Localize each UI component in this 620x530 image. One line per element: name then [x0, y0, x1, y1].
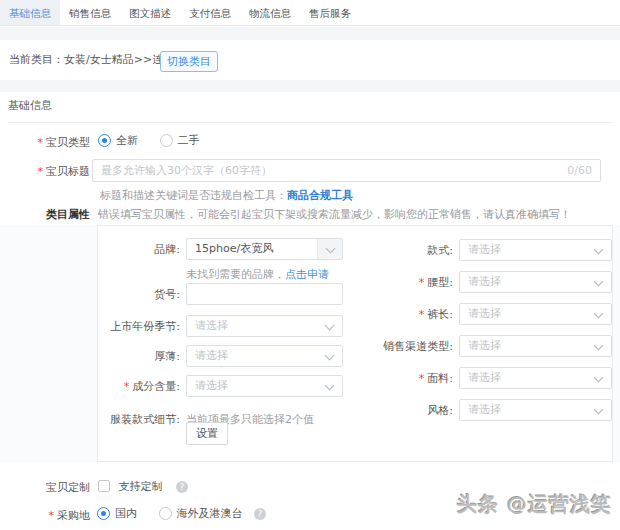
tab-basic-info[interactable]: 基础信息	[0, 0, 60, 25]
fashion-style-select[interactable]: 请选择	[459, 399, 612, 421]
item-title-label: *宝贝标题	[0, 164, 90, 179]
composition-select[interactable]: 请选择	[186, 375, 343, 397]
required-asterisk: *	[124, 380, 130, 393]
item-no-input-wrap	[186, 283, 343, 305]
radio-new[interactable]	[98, 134, 111, 147]
category-attrs-label: 类目属性	[0, 207, 90, 222]
radio-domestic[interactable]	[97, 507, 110, 520]
radio-used[interactable]	[160, 134, 173, 147]
radio-overseas-label[interactable]: 海外及港澳台	[177, 507, 243, 520]
title-helper: 标题和描述关键词是否违规自检工具：商品合规工具	[100, 188, 353, 203]
support-custom-label[interactable]: 支持定制	[119, 480, 163, 493]
item-title-input[interactable]	[93, 160, 600, 181]
radio-used-label[interactable]: 二手	[178, 134, 200, 147]
top-tab-bar: 基础信息 销售信息 图文描述 支付信息 物流信息 售后服务	[0, 0, 620, 26]
radio-new-label[interactable]: 全新	[116, 134, 138, 147]
section-divider	[8, 122, 612, 123]
support-custom-checkbox[interactable]	[98, 480, 110, 492]
switch-category-button[interactable]: 切换类目	[160, 51, 218, 72]
char-counter: 0/60	[567, 160, 592, 181]
season-label: 上市年份季节:	[98, 316, 180, 338]
style-detail-set-button[interactable]: 设置	[186, 422, 228, 445]
section-title: 基础信息	[8, 98, 52, 113]
item-type-label: *宝贝类型	[0, 135, 90, 150]
sales-channel-label: 销售渠道类型:	[323, 336, 453, 358]
tab-after-sales[interactable]: 售后服务	[300, 0, 360, 25]
required-asterisk: *	[38, 165, 44, 178]
pant-length-select[interactable]: 请选择	[459, 303, 612, 325]
radio-domestic-label[interactable]: 国内	[115, 507, 137, 520]
waist-select[interactable]: 请选择	[459, 271, 612, 293]
required-asterisk: *	[38, 136, 44, 149]
divider-band	[0, 27, 620, 40]
compliance-tool-link[interactable]: 商品合规工具	[287, 189, 353, 202]
divider-band	[0, 80, 620, 92]
item-title-input-wrap: 0/60	[92, 159, 601, 182]
required-asterisk: *	[419, 276, 425, 289]
fashion-style-label: 风格:	[323, 400, 453, 422]
required-asterisk: *	[419, 308, 425, 321]
purchase-place-options: 国内 海外及港澳台 ?	[97, 506, 266, 521]
brand-label: 品牌:	[98, 239, 180, 261]
fabric-label: *面料:	[323, 368, 453, 390]
item-no-label: 货号:	[98, 284, 180, 306]
pant-length-label: *裤长:	[323, 304, 453, 326]
item-type-options: 全新 二手	[98, 133, 200, 148]
waist-label: *腰型:	[323, 272, 453, 294]
item-no-input[interactable]	[187, 284, 342, 304]
tab-sales-info[interactable]: 销售信息	[60, 0, 120, 25]
help-icon[interactable]: ?	[176, 481, 188, 493]
customization-label: 宝贝定制	[0, 480, 90, 495]
thickness-label: 厚薄:	[98, 346, 180, 368]
season-select[interactable]: 请选择	[186, 315, 343, 337]
style-detail-label: 服装款式细节:	[98, 409, 180, 431]
category-attrs-card: 品牌: 15phoe/衣宽风 未找到需要的品牌，点击申请 货号: 上市年份季节:…	[97, 225, 613, 462]
sales-channel-select[interactable]: 请选择	[459, 335, 612, 357]
style-label: 款式:	[323, 240, 453, 262]
required-asterisk: *	[419, 372, 425, 385]
tab-description[interactable]: 图文描述	[120, 0, 180, 25]
fabric-select[interactable]: 请选择	[459, 367, 612, 389]
purchase-place-label: *采购地	[0, 508, 90, 523]
tab-payment-info[interactable]: 支付信息	[180, 0, 240, 25]
help-icon[interactable]: ?	[254, 508, 266, 520]
composition-label: *成分含量:	[98, 376, 180, 398]
brand-combobox[interactable]: 15phoe/衣宽风	[186, 238, 343, 260]
style-select[interactable]: 请选择	[459, 239, 612, 261]
brand-helper: 未找到需要的品牌，点击申请	[186, 267, 329, 282]
radio-overseas[interactable]	[159, 507, 172, 520]
tab-logistics-info[interactable]: 物流信息	[240, 0, 300, 25]
thickness-select[interactable]: 请选择	[186, 345, 343, 367]
customization-option: 支持定制 ?	[98, 479, 188, 494]
product-publish-page: 基础信息 销售信息 图文描述 支付信息 物流信息 售后服务 当前类目：女装/女士…	[0, 0, 620, 530]
watermark-text: 头条 @运营浅笑	[457, 491, 612, 518]
category-attrs-warning: 错误填写宝贝属性，可能会引起宝贝下架或搜索流量减少，影响您的正常销售，请认真准确…	[98, 207, 571, 222]
required-asterisk: *	[49, 509, 55, 522]
